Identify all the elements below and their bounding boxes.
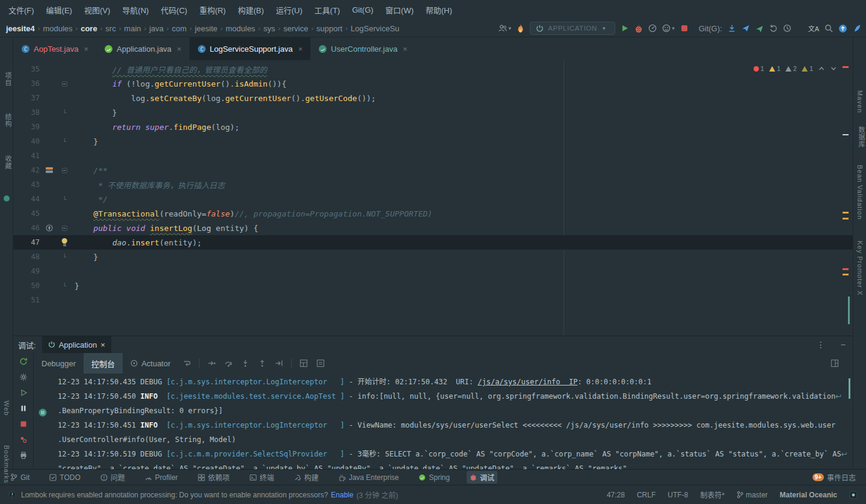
pause-button[interactable] <box>19 404 28 413</box>
rerun-button[interactable] <box>19 357 28 366</box>
menu-item-11[interactable]: 窗口(W) <box>379 2 420 17</box>
menu-item-8[interactable]: 运行(U) <box>270 2 309 17</box>
code-line[interactable]: 45 @Transactional(readOnly=false)//, pro… <box>13 206 853 221</box>
push-icon[interactable] <box>755 24 764 32</box>
commit-icon[interactable] <box>742 24 750 32</box>
line-number[interactable]: 35 <box>13 65 40 73</box>
editor-scrollbar[interactable] <box>848 297 850 324</box>
line-number[interactable]: 48 <box>13 253 40 261</box>
sidebar-item-project[interactable]: 项目 <box>3 72 13 87</box>
theme-name[interactable]: Material Oceanic <box>780 491 837 499</box>
debug-session-tab[interactable]: Application × <box>42 336 111 353</box>
breadcrumb-item[interactable]: src <box>105 24 115 33</box>
toolwindow-spring[interactable]: Spring <box>416 471 453 484</box>
sidebar-item-web[interactable]: Web <box>3 401 10 416</box>
code-text[interactable]: if (!log.getCurrentUser().isAdmin()){ <box>75 79 286 88</box>
caret-position[interactable]: 47:28 <box>607 491 625 499</box>
breadcrumb-item[interactable]: modules <box>226 24 255 33</box>
hide-panel-icon[interactable]: − <box>841 340 846 349</box>
toolwindow-build[interactable]: 构建 <box>291 471 322 484</box>
run-configuration-select[interactable]: APPLICATION ▾ <box>530 22 615 35</box>
menu-item-2[interactable]: 编辑(E) <box>40 2 78 17</box>
indent-style[interactable]: 制表符* <box>700 490 725 500</box>
fold-marker[interactable]: └ <box>62 139 67 144</box>
quill-icon[interactable] <box>853 24 861 32</box>
breadcrumb-item[interactable]: service <box>283 24 308 33</box>
sidebar-item-bookmarks[interactable]: Bookmarks <box>3 445 10 484</box>
collaborators-icon[interactable]: ▾ <box>498 24 512 32</box>
code-text[interactable]: dao.insert(entity); <box>75 238 201 247</box>
layout-settings-icon[interactable] <box>831 359 839 367</box>
code-text[interactable]: } <box>75 253 98 262</box>
sidebar-item-key-promoter[interactable]: Key Promoter X <box>856 241 864 296</box>
error-stripe-mark[interactable] <box>843 134 849 135</box>
breadcrumb-item[interactable]: support <box>316 24 342 33</box>
code-line[interactable]: 47 dao.insert(entity); <box>13 235 853 250</box>
toolwindow-java-enterprise[interactable]: Java Enterprise <box>336 471 402 484</box>
run-to-cursor-icon[interactable] <box>275 359 283 367</box>
inspections-widget[interactable]: 1 1 2 1 <box>754 65 838 72</box>
close-icon[interactable]: × <box>177 45 182 54</box>
fold-marker[interactable]: − <box>62 226 67 231</box>
code-text[interactable]: } <box>75 137 98 146</box>
error-stripe-mark[interactable] <box>843 212 849 214</box>
breadcrumb-item[interactable]: jeesite4 <box>6 24 35 33</box>
tab-usercontroller[interactable]: UserController.java × <box>310 37 415 60</box>
line-number[interactable]: 36 <box>13 79 40 88</box>
profiler-icon[interactable] <box>648 24 657 32</box>
menu-item-1[interactable]: 文件(F) <box>2 2 40 17</box>
toolwindow-terminal[interactable]: 终端 <box>247 471 277 484</box>
search-icon[interactable] <box>825 24 833 32</box>
debug-bug-icon[interactable] <box>634 24 643 33</box>
tab-application[interactable]: Application.java × <box>96 37 189 60</box>
code-line[interactable]: 38└ } <box>13 105 853 120</box>
code-text[interactable]: * 不使用数据库事务，执行插入日志 <box>75 179 225 191</box>
code-line[interactable]: 39 return super.findPage(log); <box>13 120 853 134</box>
toolwindow-dependencies[interactable]: 依赖项 <box>195 471 233 484</box>
file-encoding[interactable]: UTF-8 <box>668 491 688 499</box>
debug-console[interactable]: 12-23 14:17:50.435 DEBUG [c.j.m.sys.inte… <box>34 373 853 469</box>
code-line[interactable]: 51 <box>13 293 853 307</box>
fold-marker[interactable]: − <box>62 81 67 87</box>
code-line[interactable]: 43 * 不使用数据库事务，执行插入日志 <box>13 177 853 192</box>
rollback-icon[interactable] <box>769 24 778 32</box>
code-line[interactable]: 37 log.setCreateBy(log.getCurrentUser().… <box>13 91 853 105</box>
menu-item-5[interactable]: 代码(C) <box>155 2 193 17</box>
code-line[interactable]: 41 <box>13 149 853 163</box>
toolwindow-profiler[interactable]: Profiler <box>142 471 181 484</box>
menu-item-10[interactable]: Git(G) <box>346 4 379 16</box>
next-issue-button[interactable] <box>830 65 837 72</box>
update-project-icon[interactable] <box>728 24 736 32</box>
line-number[interactable]: 44 <box>13 195 40 203</box>
error-stripe-mark[interactable] <box>843 268 849 270</box>
fold-marker[interactable]: └ <box>62 283 67 289</box>
close-icon[interactable]: × <box>100 340 105 349</box>
enable-link[interactable]: Enable <box>331 491 353 499</box>
fold-marker[interactable]: └ <box>62 110 67 115</box>
tab-debugger[interactable]: Debugger <box>34 353 84 373</box>
line-number[interactable]: 50 <box>13 281 40 290</box>
breadcrumb-item[interactable]: sys <box>263 24 275 33</box>
tab-console[interactable]: 控制台 <box>84 353 123 373</box>
line-number[interactable]: 37 <box>13 94 40 102</box>
intention-bulb-icon[interactable] <box>60 238 69 247</box>
error-stripe-mark[interactable] <box>843 66 849 68</box>
code-text[interactable]: } <box>75 281 79 290</box>
history-icon[interactable] <box>783 24 791 32</box>
tab-logservicesupport[interactable]: C LogServiceSupport.java × <box>189 37 311 60</box>
view-breakpoints-icon[interactable] <box>19 435 28 444</box>
code-line[interactable]: 35 // 普通用户只看自己的，管理员查看全部的 <box>13 62 853 76</box>
menu-item-12[interactable]: 帮助(H) <box>420 2 458 17</box>
line-number[interactable]: 38 <box>13 108 40 117</box>
line-number[interactable]: 42 <box>13 166 40 174</box>
toolwindow-todo[interactable]: TODO <box>46 471 83 484</box>
breadcrumb-item[interactable]: LogServiceSu <box>351 24 399 33</box>
settings-gear-icon[interactable] <box>19 373 28 381</box>
line-number[interactable]: 41 <box>13 152 40 160</box>
line-number[interactable]: 49 <box>13 267 40 275</box>
tab-aoptest[interactable]: C AopTest.java × <box>13 37 96 60</box>
git-branch[interactable]: master <box>737 491 768 499</box>
update-available-icon[interactable] <box>838 24 847 33</box>
code-editor[interactable]: 35 // 普通用户只看自己的，管理员查看全部的36− if (!log.get… <box>13 60 853 336</box>
code-text[interactable]: return super.findPage(log); <box>75 123 239 132</box>
